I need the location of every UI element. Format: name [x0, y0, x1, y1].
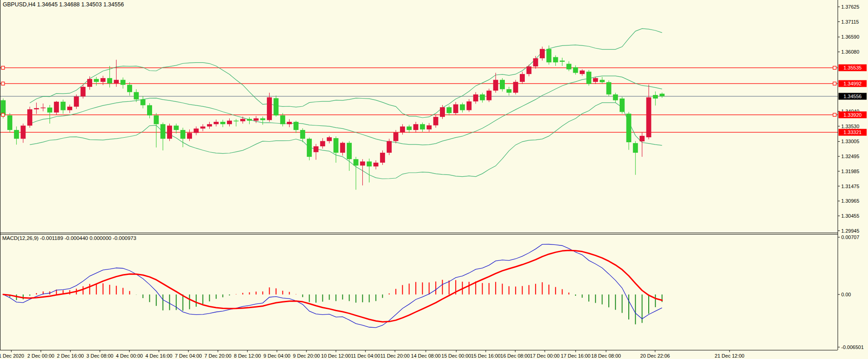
- price-tick-label: 1.37625: [841, 4, 859, 10]
- candle-body: [553, 57, 558, 63]
- candle-body: [287, 122, 292, 124]
- candle-body: [320, 141, 325, 146]
- candle-body: [460, 105, 465, 110]
- candle-body: [280, 115, 285, 124]
- candle-body: [300, 130, 305, 139]
- hline-price-tag: 1.33920: [843, 112, 862, 118]
- candle-body: [567, 64, 572, 69]
- candle-body: [420, 124, 425, 130]
- main-price-panel[interactable]: [0, 29, 838, 190]
- candle-body: [493, 80, 498, 91]
- candle-body: [47, 108, 52, 113]
- candle-body: [127, 85, 132, 92]
- macd-panel[interactable]: [3, 244, 662, 328]
- time-tick-label: 4 Dec 00:00: [116, 353, 143, 359]
- macd-tick-label: 0.00: [841, 292, 851, 297]
- candle-body: [547, 49, 552, 63]
- price-tick-label: 1.32495: [841, 154, 859, 159]
- symbol-ohlc-title: GBPUSD,H4 1.34645 1.34688 1.34503 1.3455…: [3, 1, 124, 8]
- candle-body: [334, 138, 339, 153]
- candle-body: [67, 107, 72, 110]
- time-tick-label: 7 Dec 20:00: [204, 353, 231, 359]
- bollinger-lower-band: [30, 103, 662, 179]
- candle-body: [114, 80, 119, 84]
- candle-body: [180, 130, 185, 139]
- candle-body: [613, 95, 618, 100]
- candle-body: [633, 143, 638, 153]
- candle-body: [413, 124, 418, 130]
- candle-body: [327, 137, 332, 141]
- candle-body: [20, 125, 25, 139]
- time-tick-label: 17 Dec 16:00: [561, 353, 590, 359]
- candle-body: [147, 105, 152, 115]
- hline-end-marker[interactable]: [833, 66, 836, 70]
- candle-body: [353, 159, 358, 165]
- candle-body: [227, 121, 232, 125]
- bollinger-middle-band: [30, 76, 662, 145]
- macd-tick-label: -0.006501: [841, 344, 864, 350]
- candle-body: [27, 110, 32, 126]
- candle-body: [294, 122, 299, 130]
- candle-body: [593, 78, 598, 82]
- candle-body: [60, 102, 65, 110]
- candle-body: [587, 72, 592, 84]
- price-tick-label: 1.36080: [841, 49, 859, 55]
- current-price-tag: 1.34556: [843, 94, 862, 99]
- candle-body: [653, 95, 658, 99]
- candle-body: [120, 80, 125, 85]
- candle-body: [400, 126, 405, 132]
- chart-canvas[interactable]: 1.376251.371151.365901.360801.340401.335…: [0, 0, 868, 359]
- hline-end-marker[interactable]: [1, 113, 5, 116]
- time-tick-label: 7 Dec 04:00: [175, 353, 202, 359]
- candle-body: [407, 126, 412, 130]
- time-tick-label: 2 Dec 00:00: [27, 353, 54, 359]
- hline-end-marker[interactable]: [1, 82, 5, 85]
- candle-body: [520, 74, 525, 82]
- candle-body: [274, 98, 279, 115]
- candle-body: [267, 97, 272, 120]
- candle-body: [500, 80, 505, 90]
- candle-body: [187, 133, 192, 139]
- time-tick-label: 15 Dec 00:00: [441, 353, 471, 359]
- candle-body: [393, 132, 398, 141]
- candle-body: [194, 129, 199, 133]
- candle-body: [620, 99, 625, 112]
- candle-body: [240, 119, 245, 121]
- panel-frame: [0, 0, 838, 350]
- hline-end-marker[interactable]: [833, 82, 836, 85]
- candle-body: [100, 78, 105, 82]
- candle-body: [600, 80, 605, 82]
- candle-body: [580, 70, 585, 74]
- hline-price-tag: 1.34992: [843, 81, 862, 86]
- hline-end-marker[interactable]: [1, 66, 5, 70]
- candle-body: [220, 122, 225, 124]
- time-tick-label: 14 Dec 08:00: [411, 353, 440, 359]
- price-tick-label: 1.37115: [841, 19, 859, 25]
- hline-end-marker[interactable]: [833, 113, 836, 116]
- candle-body: [367, 161, 372, 166]
- time-tick-label: 9 Dec 04:00: [263, 353, 290, 359]
- candle-body: [80, 87, 85, 96]
- candle-body: [214, 122, 219, 124]
- candle-body: [134, 92, 139, 100]
- time-tick-label: 15 Dec 16:00: [471, 353, 500, 359]
- hline-price-tag: 1.35535: [843, 65, 862, 70]
- price-tick-label: 1.30965: [841, 198, 859, 204]
- price-tick-label: 1.30455: [841, 213, 859, 219]
- candle-body: [307, 139, 312, 157]
- time-tick-label: 9 Dec 20:00: [293, 353, 320, 359]
- candle-body: [314, 146, 319, 152]
- hline-price-tag: 1.33321: [843, 130, 862, 135]
- candle-body: [540, 49, 545, 59]
- candle-body: [234, 121, 239, 122]
- candle-body: [200, 126, 205, 128]
- candle-body: [160, 124, 165, 139]
- candle-body: [140, 100, 145, 105]
- macd-signal-line: [3, 250, 662, 322]
- time-tick-label: 3 Dec 08:00: [86, 353, 113, 359]
- candle-body: [646, 97, 651, 137]
- candle-body: [607, 82, 612, 95]
- candle-body: [453, 105, 458, 113]
- macd-tick-label: 0.00707: [841, 234, 859, 240]
- candle-body: [447, 107, 452, 113]
